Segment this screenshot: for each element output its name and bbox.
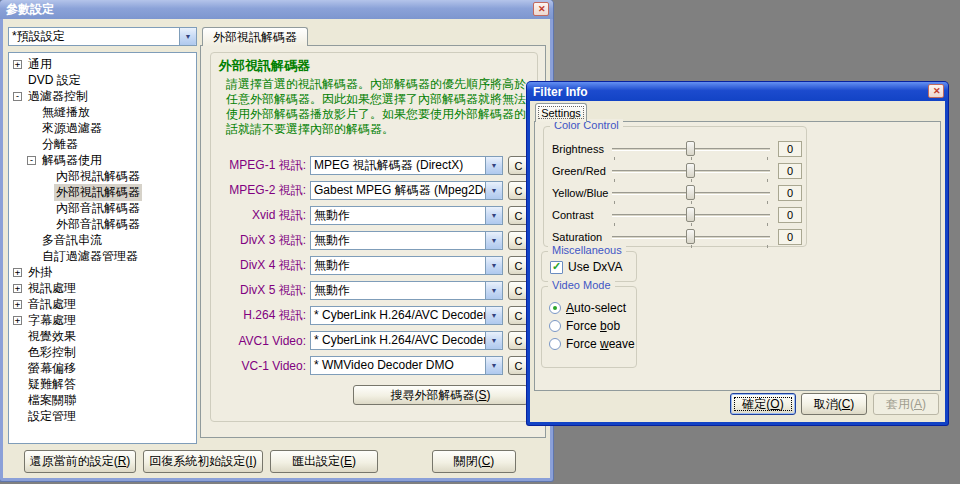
- decoder-config-button[interactable]: C: [508, 206, 529, 225]
- decoder-combobox[interactable]: 無動作: [310, 206, 503, 225]
- slider[interactable]: [612, 205, 770, 226]
- decoder-config-button[interactable]: C: [508, 306, 529, 325]
- slider[interactable]: [612, 161, 770, 182]
- slider-thumb[interactable]: [686, 163, 695, 178]
- chevron-down-icon[interactable]: [485, 332, 502, 349]
- chevron-down-icon[interactable]: [485, 282, 502, 299]
- tree-item[interactable]: +字幕處理: [9, 312, 196, 328]
- filter-close-button[interactable]: [928, 84, 944, 98]
- radio-icon[interactable]: [549, 338, 561, 350]
- tree-item[interactable]: -解碼器使用: [9, 152, 196, 168]
- tree-item[interactable]: +音訊處理: [9, 296, 196, 312]
- decoder-combobox[interactable]: * CyberLink H.264/AVC Decoder (PDVI: [310, 331, 503, 350]
- use-dxva-checkbox[interactable]: Use DxVA: [550, 260, 622, 274]
- tree-item[interactable]: 分離器: [9, 136, 196, 152]
- chevron-down-icon[interactable]: [485, 232, 502, 249]
- radio-icon[interactable]: [549, 320, 561, 332]
- decoder-config-button[interactable]: C: [508, 356, 529, 375]
- tree-item[interactable]: 自訂過濾器管理器: [9, 248, 196, 264]
- plus-icon[interactable]: +: [13, 284, 22, 293]
- close-icon: [929, 85, 943, 97]
- tree-item[interactable]: 螢幕偏移: [9, 360, 196, 376]
- slider[interactable]: [612, 183, 770, 204]
- slider[interactable]: [612, 139, 770, 160]
- chevron-down-icon[interactable]: [485, 357, 502, 374]
- chevron-down-icon[interactable]: [485, 182, 502, 199]
- radio-option[interactable]: Force bob: [549, 317, 636, 335]
- slider-thumb[interactable]: [686, 141, 695, 156]
- tree-item[interactable]: 多音訊串流: [9, 232, 196, 248]
- radio-selected-icon[interactable]: [549, 302, 561, 314]
- decoder-tab-page: 外部視訊解碼器 請選擇首選的視訊解碼器。內部解碼器的優先順序將高於任意外部解碼器…: [200, 45, 546, 438]
- export-settings-button[interactable]: 匯出設定(E): [270, 450, 378, 473]
- tree-item[interactable]: 檔案關聯: [9, 392, 196, 408]
- tree-item[interactable]: +視訊處理: [9, 280, 196, 296]
- minus-icon[interactable]: -: [27, 156, 36, 165]
- chevron-down-icon[interactable]: [485, 207, 502, 224]
- tree-item-label: 通用: [26, 56, 54, 73]
- tree-item[interactable]: 無縫播放: [9, 104, 196, 120]
- tree-item[interactable]: 外部音訊解碼器: [9, 216, 196, 232]
- chevron-down-icon[interactable]: [179, 28, 196, 45]
- decoder-config-button[interactable]: C: [508, 256, 529, 275]
- chevron-down-icon[interactable]: [485, 307, 502, 324]
- main-close-button[interactable]: [533, 2, 549, 16]
- tree-item[interactable]: 內部視訊解碼器: [9, 168, 196, 184]
- combobox-value: * CyberLink H.264/AVC Decoder (PDVI: [311, 332, 485, 349]
- decoder-combobox[interactable]: MPEG 視訊解碼器 (DirectX): [310, 156, 503, 175]
- plus-icon[interactable]: +: [13, 316, 22, 325]
- slider-thumb[interactable]: [686, 207, 695, 222]
- search-external-decoders-button[interactable]: 搜尋外部解碼器(S): [353, 385, 528, 405]
- plus-icon[interactable]: +: [13, 268, 22, 277]
- minus-icon[interactable]: -: [13, 92, 22, 101]
- radio-option[interactable]: Auto-select: [549, 299, 636, 317]
- tree-item[interactable]: 視覺效果: [9, 328, 196, 344]
- decoder-combobox[interactable]: * WMVideo Decoder DMO: [310, 356, 503, 375]
- chevron-down-icon[interactable]: [485, 157, 502, 174]
- decoder-combobox[interactable]: * CyberLink H.264/AVC Decoder (PDVI: [310, 306, 503, 325]
- restore-current-settings-button[interactable]: 還原當前的設定(R): [24, 450, 136, 473]
- radio-option[interactable]: Force weave: [549, 335, 636, 353]
- slider-thumb[interactable]: [686, 185, 695, 200]
- tree-item[interactable]: DVD 設定: [9, 72, 196, 88]
- plus-icon[interactable]: +: [13, 60, 22, 69]
- tree-item[interactable]: 外部視訊解碼器: [9, 184, 196, 200]
- tree-item[interactable]: -過濾器控制: [9, 88, 196, 104]
- cancel-button[interactable]: 取消(C): [801, 393, 867, 415]
- main-titlebar[interactable]: 參數設定: [0, 0, 553, 19]
- decoder-combobox[interactable]: 無動作: [310, 256, 503, 275]
- decoder-combobox[interactable]: Gabest MPEG 解碼器 (Mpeg2DecFilter.a: [310, 181, 503, 200]
- decoder-config-button[interactable]: C: [508, 281, 529, 300]
- tree-item[interactable]: +外掛: [9, 264, 196, 280]
- reset-system-defaults-button[interactable]: 回復系統初始設定(I): [143, 450, 263, 473]
- decoder-combobox[interactable]: 無動作: [310, 281, 503, 300]
- slider-thumb[interactable]: [686, 229, 695, 244]
- tab-external-video-decoder[interactable]: 外部視訊解碼器: [202, 27, 308, 46]
- slider-tick: [614, 201, 615, 204]
- tree-item[interactable]: 設定管理: [9, 408, 196, 424]
- tab-settings[interactable]: Settings: [535, 103, 587, 122]
- plus-icon[interactable]: +: [13, 300, 22, 309]
- tree-item[interactable]: 來源過濾器: [9, 120, 196, 136]
- decoder-combobox[interactable]: 無動作: [310, 231, 503, 250]
- chevron-down-icon[interactable]: [485, 257, 502, 274]
- ok-button[interactable]: 確定(O): [730, 393, 796, 415]
- apply-button[interactable]: 套用(A): [873, 393, 939, 415]
- decoder-config-button[interactable]: C: [508, 181, 529, 200]
- tree-item-label: 音訊處理: [26, 296, 78, 313]
- close-button[interactable]: 關閉(C): [432, 450, 516, 473]
- checkbox-checked-icon[interactable]: [550, 261, 563, 274]
- slider-label: Green/Red: [552, 165, 606, 177]
- decoder-config-button[interactable]: C: [508, 156, 529, 175]
- tree-item[interactable]: 內部音訊解碼器: [9, 200, 196, 216]
- preset-combobox[interactable]: *預設設定: [8, 27, 197, 46]
- decoder-config-button[interactable]: C: [508, 231, 529, 250]
- slider[interactable]: [612, 227, 770, 248]
- tree-item[interactable]: +通用: [9, 56, 196, 72]
- filter-titlebar[interactable]: Filter Info: [527, 82, 948, 101]
- color-control-groupbox: Color Control Brightness0Green/Red0Yello…: [543, 126, 807, 247]
- tree-item[interactable]: 色彩控制: [9, 344, 196, 360]
- combobox-value: 無動作: [311, 232, 485, 249]
- decoder-config-button[interactable]: C: [508, 331, 529, 350]
- tree-item[interactable]: 疑難解答: [9, 376, 196, 392]
